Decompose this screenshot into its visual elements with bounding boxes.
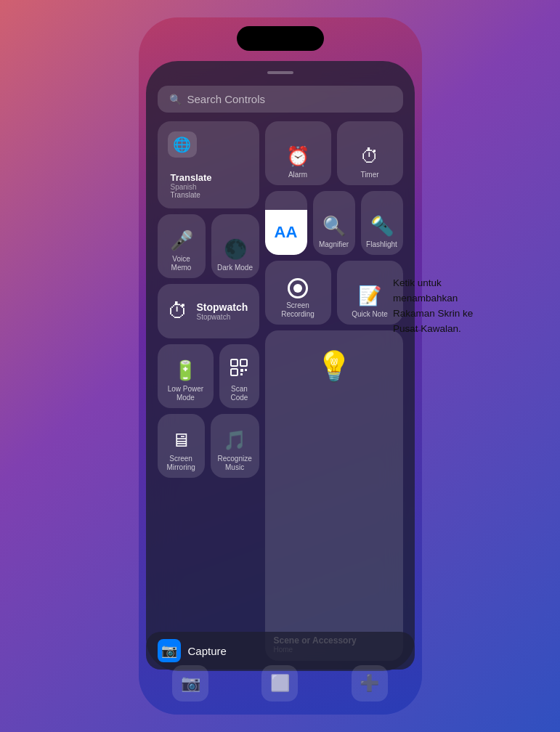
recognize-music-label: Recognize Music (215, 455, 255, 472)
timer-label: Timer (360, 171, 378, 179)
scene-row: 💡 Scene or Accessory Home (265, 330, 403, 661)
flashlight-label: Flashlight (366, 240, 397, 249)
svg-rect-5 (240, 373, 243, 375)
dark-mode-label: Dark Mode (217, 264, 253, 272)
recording-icon (288, 278, 308, 298)
annotation-block: Ketik untuk menambahkan Rakaman Skrin ke… (393, 276, 538, 337)
translate-cell[interactable]: 🌐 Translate Spanish Translate (158, 121, 259, 208)
voice-memo-cell[interactable]: 🎤 Voice Memo (158, 214, 206, 278)
flashlight-icon: 🔦 (370, 215, 394, 237)
alarm-timer-row: ⏰ Alarm ⏱ Timer (265, 121, 403, 185)
dynamic-island (237, 26, 324, 51)
scan-code-icon (230, 358, 248, 382)
dock-item-scan[interactable]: ⬜ (261, 665, 298, 702)
magnifier-cell[interactable]: 🔍 Magnifier (313, 191, 355, 255)
low-power-label: Low Power Mode (162, 385, 210, 402)
dark-mode-icon: 🌑 (224, 238, 247, 261)
screen-mirroring-label: Screen Mirroring (162, 455, 200, 472)
magnifier-label: Magnifier (319, 240, 349, 249)
alarm-cell[interactable]: ⏰ Alarm (265, 121, 331, 185)
phone-screen: 🔍 Search Controls 🌐 Translate Spanish (139, 17, 422, 715)
alarm-icon: ⏰ (286, 145, 309, 168)
scan-code-cell[interactable]: Scan Code (219, 344, 259, 408)
magnifier-icon: 🔍 (322, 215, 346, 237)
translate-sublabel: Spanish (166, 183, 197, 191)
stopwatch-label: Stopwatch (197, 313, 248, 321)
search-controls-bar[interactable]: 🔍 Search Controls (158, 86, 403, 113)
capture-bar[interactable]: 📷 Capture (146, 632, 415, 670)
svg-rect-1 (240, 359, 247, 366)
timer-cell[interactable]: ⏱ Timer (337, 121, 403, 185)
mirror-music-row: 🖥 Screen Mirroring 🎵 Recognize Music (158, 414, 259, 478)
voice-darkmode-row: 🎤 Voice Memo 🌑 Dark Mode (158, 214, 259, 278)
dock-row: 📷 ⬜ ➕ (146, 665, 415, 702)
text-size-slider: AA (265, 210, 307, 255)
translate-footer: Translate (166, 191, 200, 200)
phone-wrapper: 🔍 Search Controls 🌐 Translate Spanish (139, 17, 422, 715)
right-column: ⏰ Alarm ⏱ Timer (265, 121, 403, 661)
quick-note-icon: 📝 (358, 285, 381, 307)
quick-note-label: Quick Note (352, 310, 387, 319)
recognize-music-icon: 🎵 (223, 429, 246, 452)
recording-dot (293, 284, 302, 293)
capture-label: Capture (188, 645, 227, 657)
control-center-panel: 🔍 Search Controls 🌐 Translate Spanish (146, 61, 415, 671)
flashlight-cell[interactable]: 🔦 Flashlight (361, 191, 403, 255)
text-size-cell[interactable]: AA Text Size (265, 191, 307, 255)
scene-bulb-icon: 💡 (274, 338, 394, 383)
screen-mirroring-icon: 🖥 (171, 429, 190, 452)
dock-item-camera[interactable]: 📷 (172, 665, 208, 702)
screen-mirroring-cell[interactable]: 🖥 Screen Mirroring (158, 414, 205, 478)
phone-screen-page: 🔍 Search Controls 🌐 Translate Spanish (0, 0, 560, 732)
annotation-text: Ketik untuk menambahkan Rakaman Skrin ke… (393, 276, 538, 337)
translate-icon: 🌐 (168, 131, 197, 158)
controls-grid: 🌐 Translate Spanish Translate 🎤 V (158, 121, 403, 661)
search-placeholder: Search Controls (187, 93, 266, 105)
stopwatch-icon: ⏱ (168, 299, 188, 323)
screen-recording-cell[interactable]: Screen Recording (265, 261, 331, 325)
svg-rect-4 (245, 369, 247, 371)
svg-rect-3 (240, 369, 243, 372)
screen-recording-label: Screen Recording (269, 301, 327, 319)
timer-icon: ⏱ (360, 145, 379, 168)
low-power-cell[interactable]: 🔋 Low Power Mode (158, 344, 214, 408)
stopwatch-text-group: Stopwatch Stopwatch (197, 301, 248, 321)
text-size-label: Text Size (271, 237, 301, 246)
voice-memo-label: Voice Memo (162, 255, 201, 272)
stopwatch-name: Stopwatch (197, 301, 248, 313)
scan-code-label: Scan Code (224, 385, 254, 402)
voice-memo-icon: 🎤 (170, 229, 193, 252)
left-column: 🌐 Translate Spanish Translate 🎤 V (158, 121, 259, 661)
svg-rect-2 (231, 369, 238, 375)
textsize-flashlight-row: AA Text Size 🔍 Magnifier � (265, 191, 403, 255)
capture-icon: 📷 (158, 639, 181, 662)
recognize-music-cell[interactable]: 🎵 Recognize Music (211, 414, 259, 478)
dark-mode-cell[interactable]: 🌑 Dark Mode (211, 214, 259, 278)
search-icon: 🔍 (169, 94, 182, 105)
translate-name: Translate (166, 172, 212, 183)
svg-rect-0 (231, 359, 238, 366)
stopwatch-cell[interactable]: ⏱ Stopwatch Stopwatch (158, 284, 259, 338)
alarm-label: Alarm (288, 171, 307, 179)
low-power-icon: 🔋 (174, 359, 197, 382)
dock-item-add[interactable]: ➕ (352, 665, 388, 702)
pull-indicator (267, 71, 293, 74)
scene-accessory-cell[interactable]: 💡 Scene or Accessory Home (265, 330, 403, 661)
lowpower-scan-row: 🔋 Low Power Mode (158, 344, 259, 408)
recording-quicknote-row: Screen Recording 📝 Quick Note (265, 261, 403, 325)
